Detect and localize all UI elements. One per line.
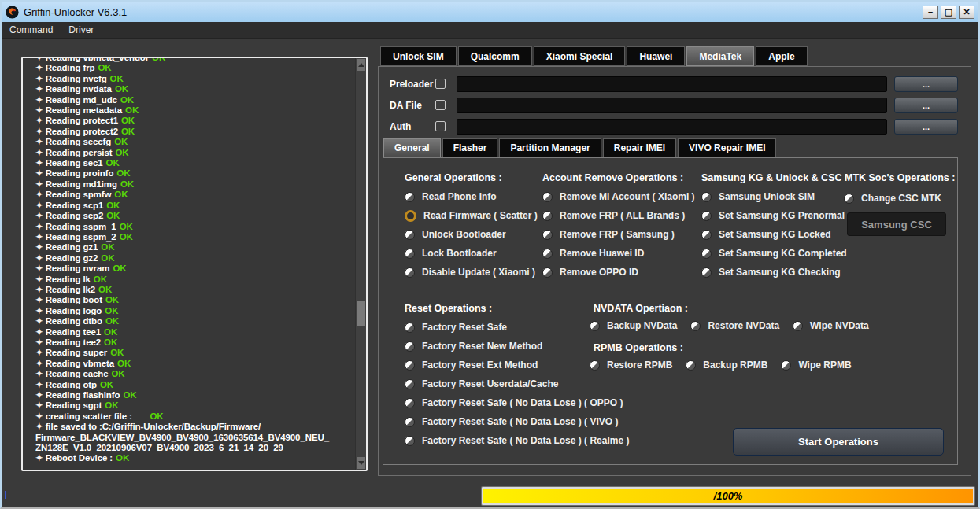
progress-bar: /100% (482, 487, 974, 505)
function-tab[interactable]: Repair IMEI (603, 138, 676, 157)
radio-option[interactable]: Factory Reset Userdata/Cache (405, 378, 629, 389)
auth-checkbox[interactable] (435, 121, 446, 131)
log-bullet-icon: ✦ (35, 400, 46, 410)
auth-browse-button[interactable]: ... (894, 119, 958, 135)
radio-icon (701, 230, 712, 240)
log-line: ✦ Reading superOK (35, 348, 353, 358)
log-bullet-icon: ✦ (35, 137, 46, 146)
account-remove-group: Account Remove Operations : Remove Mi Ac… (542, 172, 695, 278)
preloader-browse-button[interactable]: ... (894, 76, 958, 92)
module-tab[interactable]: Apple (756, 46, 807, 66)
change-csc-mtk-option[interactable]: Change CSC MTK (844, 193, 941, 204)
log-text: Reading sspm_1 (46, 222, 116, 231)
log-bullet-icon: ✦ (35, 158, 46, 168)
tab-label: Partition Manager (510, 142, 590, 153)
radio-option[interactable]: Restore NVData (690, 320, 779, 331)
radio-option[interactable]: Set Samsung KG Completed (701, 248, 955, 259)
module-tab[interactable]: Huawei (627, 46, 685, 66)
module-tabs: Unlock SIM Qualcomm Xiaomi Special Huawe… (380, 46, 808, 66)
log-scrollbar[interactable] (355, 58, 366, 470)
progress-label: /100% (714, 490, 743, 502)
da-file-path-input[interactable] (457, 98, 887, 113)
samsung-csc-button[interactable]: Samsung CSC (847, 212, 946, 236)
log-line: ✦ Reading md1imgOK (35, 179, 353, 190)
radio-option[interactable]: Lock Bootloader (405, 248, 538, 259)
log-bullet-icon: ✦ (35, 242, 46, 252)
radio-label: Remove FRP ( Samsung ) (560, 229, 675, 240)
radio-option[interactable]: Restore RPMB (590, 360, 672, 371)
log-bullet-icon: ✦ (35, 380, 46, 389)
close-button[interactable]: ✕ (959, 6, 974, 19)
minimize-button[interactable]: – (923, 6, 938, 19)
tab-label: Xiaomi Special (546, 51, 613, 62)
log-status-ok: OK (152, 58, 165, 62)
window-title: Griffin-Unlocker V6.3.1 (24, 6, 127, 18)
log-panel[interactable]: ✦ Reading vbmeta_vendorOK ✦ Reading frpO… (21, 57, 368, 471)
module-tab[interactable]: Qualcomm (458, 46, 532, 66)
radio-option[interactable]: Factory Reset Safe ( No Data Lose ) ( OP… (405, 397, 629, 408)
radio-option[interactable]: Disable Update ( Xiaomi ) (405, 267, 538, 278)
radio-option[interactable]: Factory Reset Safe ( No Data Lose ) ( Re… (405, 435, 629, 446)
log-text: Reading sspm_2 (46, 232, 116, 242)
radio-option[interactable]: Set Samsung KG Checking (701, 267, 955, 278)
log-bullet-icon: ✦ (35, 275, 46, 284)
radio-option[interactable]: Unlock Bootloader (405, 229, 538, 240)
scrollbar-down-button[interactable] (357, 457, 365, 469)
radio-option[interactable]: Wipe NVData (793, 320, 869, 331)
log-text: Reboot Device : (46, 453, 113, 463)
module-tab[interactable]: MediaTek (686, 46, 754, 66)
radio-option[interactable]: Remove FRP ( ALL Brands ) (542, 210, 695, 221)
log-line: ✦ file saved to :C:/Griffin-Unlocker/Bac… (35, 422, 353, 432)
log-text: file saved to :C:/Griffin-Unlocker/Backu… (46, 422, 261, 431)
log-line: ✦ Reading sec1OK (35, 158, 353, 168)
module-tab[interactable]: Xiaomi Special (534, 46, 626, 66)
module-tab[interactable]: Unlock SIM (380, 46, 457, 66)
radio-option[interactable]: Read Firmware ( Scatter ) (405, 210, 538, 221)
radio-option[interactable]: Backup NVData (590, 320, 677, 331)
radio-option[interactable]: Wipe RPMB (781, 360, 851, 371)
nvdata-rpmb-groups: NVDATA Opertiaon : Backup NVData Restore… (590, 303, 869, 371)
menu-item[interactable]: Command (2, 22, 61, 38)
log-status-ok: OK (116, 168, 130, 178)
preloader-checkbox[interactable] (435, 79, 446, 89)
function-tab[interactable]: General (383, 138, 441, 157)
radio-icon (405, 267, 415, 278)
radio-option[interactable]: Read Phone Info (405, 191, 538, 202)
scrollbar-up-button[interactable] (357, 59, 365, 71)
da-file-browse-button[interactable]: ... (894, 98, 958, 113)
menu-item[interactable]: Driver (61, 22, 102, 38)
log-status-ok: OK (98, 285, 112, 294)
rpmb-title: RPMB Operations : (594, 342, 869, 353)
radio-option[interactable]: Remove Huawei ID (542, 248, 695, 259)
log-status-ok: OK (117, 359, 131, 368)
mediatek-panel: Preloader ... DA File ... Auth ... Gener… (378, 66, 971, 476)
preloader-path-input[interactable] (457, 76, 887, 92)
radio-option[interactable]: Remove FRP ( Samsung ) (542, 229, 695, 240)
log-line: ✦ Reading vbmetaOK (35, 359, 353, 369)
log-status-ok: OK (121, 127, 135, 136)
radio-option[interactable]: Factory Reset Safe ( No Data Lose ) ( VI… (405, 416, 629, 427)
function-tab[interactable]: VIVO Repair IMEI (678, 138, 776, 157)
arrow-down-icon (358, 461, 364, 465)
log-bullet-icon: ✦ (35, 148, 46, 157)
log-status-ok: OK (123, 390, 136, 400)
scrollbar-thumb[interactable] (357, 301, 365, 326)
radio-option[interactable]: Remove Mi Account ( Xiaomi ) (542, 191, 695, 202)
log-bullet-icon: ✦ (35, 453, 46, 463)
auth-path-input[interactable] (457, 119, 887, 135)
tab-label: Apple (768, 51, 794, 62)
log-bullet-icon: ✦ (35, 58, 46, 62)
group-title: General Operations : (405, 172, 538, 183)
function-tab[interactable]: Flasher (442, 138, 498, 157)
radio-option[interactable]: Remove OPPO ID (542, 267, 695, 278)
log-status-ok: OK (105, 400, 118, 410)
da-file-checkbox[interactable] (435, 100, 446, 110)
start-operations-button[interactable]: Start Operations (733, 428, 944, 456)
maximize-button[interactable]: ▢ (941, 6, 956, 19)
function-tab[interactable]: Partition Manager (499, 138, 601, 157)
log-line: ✦ Reading scp2OK (35, 211, 353, 221)
radio-option[interactable]: Backup RPMB (686, 360, 767, 371)
radio-label: Set Samsung KG Locked (719, 229, 831, 240)
log-line: ✦ Reboot Device :OK (35, 453, 353, 463)
log-bullet-icon: ✦ (35, 74, 46, 83)
